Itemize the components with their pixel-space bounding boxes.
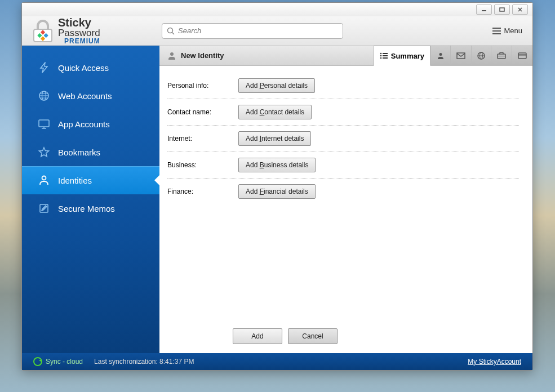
- hamburger-icon: [492, 28, 501, 34]
- sidebar-item-quick-access[interactable]: Quick Access: [22, 54, 159, 82]
- add-business-button[interactable]: Add Business details: [238, 158, 316, 172]
- svg-point-21: [439, 53, 442, 56]
- content-title: New Identity: [181, 51, 224, 60]
- form-area: Personal info: Add Personal details Cont…: [159, 66, 532, 323]
- sidebar-item-label: Identities: [58, 176, 92, 185]
- row-label: Finance:: [167, 188, 228, 195]
- row-label: Contact name:: [167, 108, 228, 116]
- sync-status[interactable]: Sync - cloud: [33, 357, 83, 366]
- row-label: Internet:: [167, 135, 228, 142]
- last-sync: Last synchronization: 8:41:37 PM: [94, 358, 194, 366]
- row-label: Personal info:: [167, 82, 228, 90]
- menu-button[interactable]: Menu: [492, 26, 522, 35]
- list-icon: [380, 52, 388, 59]
- close-button[interactable]: [512, 5, 528, 15]
- svg-rect-16: [383, 53, 388, 54]
- row-finance: Finance: Add Financial details: [167, 179, 519, 204]
- add-internet-button[interactable]: Add Internet details: [238, 131, 311, 146]
- tab-personal[interactable]: [430, 46, 450, 65]
- titlebar: [22, 3, 532, 16]
- person-icon: [167, 51, 176, 60]
- svg-point-17: [380, 55, 381, 57]
- tab-contact[interactable]: [450, 46, 471, 65]
- menu-label: Menu: [504, 26, 522, 35]
- svg-rect-1: [500, 8, 504, 11]
- add-button[interactable]: Add: [233, 328, 282, 344]
- svg-line-3: [172, 32, 175, 34]
- minimize-button[interactable]: [476, 5, 492, 15]
- svg-rect-20: [383, 57, 388, 59]
- svg-point-2: [168, 28, 173, 33]
- sidebar: Quick Access Web Accounts App Accounts B…: [22, 46, 159, 353]
- sidebar-item-label: Bookmarks: [58, 148, 100, 157]
- topbar: Sticky Password PREMIUM Menu: [22, 16, 532, 46]
- content-title-area: New Identity: [159, 46, 374, 65]
- my-account-link[interactable]: My StickyAccount: [468, 358, 521, 366]
- mail-icon: [456, 52, 465, 59]
- tab-finance[interactable]: [512, 46, 532, 65]
- sync-icon: [33, 357, 42, 366]
- sidebar-item-label: Web Accounts: [58, 91, 112, 101]
- content: New Identity Summary: [159, 46, 532, 353]
- svg-point-15: [380, 53, 381, 55]
- row-personal: Personal info: Add Personal details: [167, 73, 519, 99]
- tab-business[interactable]: [491, 46, 512, 65]
- tab-strip: Summary: [374, 46, 532, 65]
- svg-rect-28: [518, 53, 526, 59]
- globe-icon: [477, 52, 485, 60]
- search-input[interactable]: [178, 26, 338, 35]
- person-icon: [437, 52, 445, 60]
- card-icon: [518, 52, 527, 59]
- briefcase-icon: [497, 52, 506, 59]
- svg-rect-0: [482, 10, 486, 11]
- statusbar: Sync - cloud Last synchronization: 8:41:…: [22, 353, 532, 370]
- logo-text-1: Sticky: [58, 17, 100, 28]
- logo-text-2: Password: [58, 28, 100, 38]
- sidebar-item-label: Quick Access: [58, 63, 109, 73]
- person-icon: [38, 174, 50, 186]
- row-contact: Contact name: Add Contact details: [167, 99, 519, 126]
- row-business: Business: Add Business details: [167, 152, 519, 179]
- sidebar-item-secure-memos[interactable]: Secure Memos: [22, 194, 159, 222]
- sidebar-item-label: App Accounts: [58, 119, 110, 129]
- svg-point-12: [42, 176, 46, 180]
- svg-rect-9: [39, 120, 49, 127]
- app-window: Sticky Password PREMIUM Menu Quick Acces…: [21, 2, 533, 371]
- tab-summary[interactable]: Summary: [374, 46, 430, 66]
- body: Quick Access Web Accounts App Accounts B…: [22, 46, 532, 353]
- bolt-icon: [38, 61, 50, 74]
- sidebar-item-web-accounts[interactable]: Web Accounts: [22, 82, 159, 110]
- tab-label: Summary: [391, 52, 424, 60]
- svg-rect-29: [518, 54, 526, 55]
- svg-rect-18: [383, 55, 388, 56]
- sidebar-item-app-accounts[interactable]: App Accounts: [22, 110, 159, 138]
- row-label: Business:: [167, 161, 228, 169]
- svg-rect-22: [457, 53, 465, 59]
- sidebar-item-identities[interactable]: Identities: [22, 166, 159, 194]
- sidebar-item-label: Secure Memos: [58, 204, 115, 213]
- add-financial-button[interactable]: Add Financial details: [238, 184, 316, 199]
- add-contact-button[interactable]: Add Contact details: [238, 105, 312, 119]
- svg-point-14: [170, 52, 174, 56]
- sidebar-item-bookmarks[interactable]: Bookmarks: [22, 138, 159, 166]
- logo: Sticky Password PREMIUM: [22, 16, 159, 45]
- search-icon: [167, 27, 175, 35]
- monitor-icon: [38, 118, 50, 130]
- star-icon: [38, 146, 50, 158]
- memo-icon: [38, 202, 50, 215]
- maximize-button[interactable]: [494, 5, 510, 15]
- content-header: New Identity Summary: [159, 46, 532, 66]
- sync-label: Sync - cloud: [46, 358, 83, 366]
- row-internet: Internet: Add Internet details: [167, 126, 519, 152]
- add-personal-button[interactable]: Add Personal details: [238, 78, 315, 93]
- lock-icon: [33, 20, 52, 42]
- globe-icon: [38, 90, 50, 102]
- svg-point-19: [380, 57, 381, 59]
- search-box[interactable]: [162, 23, 343, 39]
- cancel-button[interactable]: Cancel: [288, 328, 338, 344]
- logo-tier: PREMIUM: [58, 38, 100, 44]
- bottom-buttons: Add Cancel: [159, 323, 532, 353]
- tab-internet[interactable]: [471, 46, 491, 65]
